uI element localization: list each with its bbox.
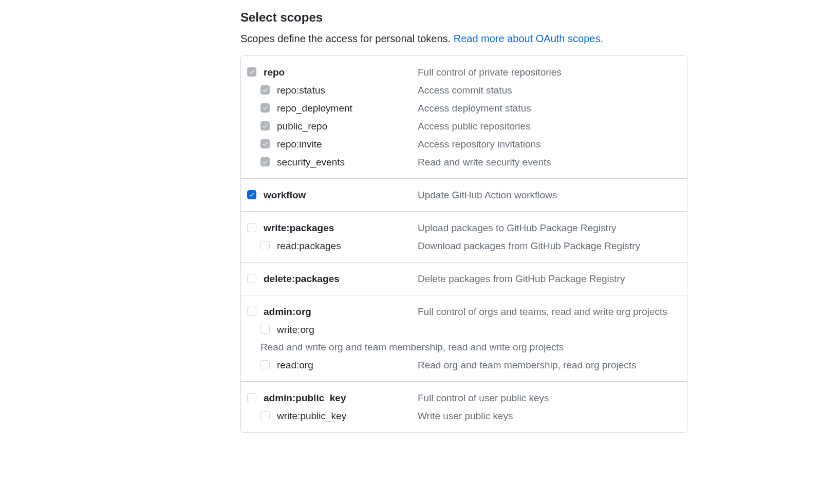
- scopes-box: repoFull control of private repositories…: [240, 55, 687, 433]
- scope-desc-write-public-key: Write user public keys: [418, 410, 681, 422]
- scope-label-write-packages[interactable]: write:packages: [264, 222, 418, 234]
- oauth-scopes-link[interactable]: Read more about OAuth scopes.: [454, 33, 603, 44]
- scope-label-public-repo[interactable]: public_repo: [277, 120, 418, 132]
- checkbox-wrap: [247, 189, 264, 199]
- checkbox-wrap: [260, 359, 277, 369]
- scope-group-delete-packages: delete:packagesDelete packages from GitH…: [241, 263, 687, 295]
- scope-desc-write-packages: Upload packages to GitHub Package Regist…: [418, 222, 681, 234]
- scope-label-repo[interactable]: repo: [264, 66, 418, 78]
- scope-row-workflow: workflowUpdate GitHub Action workflows: [247, 186, 681, 204]
- scope-desc-repo: Full control of private repositories: [418, 66, 681, 78]
- checkbox-repo-invite: [260, 139, 270, 148]
- section-title: Select scopes: [240, 10, 687, 25]
- checkbox-repo: [247, 67, 256, 77]
- scope-label-admin-org[interactable]: admin:org: [264, 306, 418, 318]
- checkbox-write-packages[interactable]: [247, 223, 256, 232]
- checkbox-wrap: [247, 273, 264, 283]
- checkbox-repo-deployment: [260, 103, 270, 113]
- scope-row-repo-invite: repo:inviteAccess repository invitations: [247, 135, 681, 153]
- scope-row-public-repo: public_repoAccess public repositories: [247, 117, 681, 135]
- scope-label-workflow[interactable]: workflow: [264, 189, 418, 201]
- scope-group-admin-org: admin:orgFull control of orgs and teams,…: [241, 295, 687, 382]
- scope-row-write-org: write:org: [247, 321, 681, 339]
- checkbox-write-org[interactable]: [260, 325, 270, 334]
- scope-row-admin-org: admin:orgFull control of orgs and teams,…: [247, 303, 681, 321]
- scope-label-security-events[interactable]: security_events: [277, 156, 418, 168]
- checkbox-wrap: [260, 138, 277, 148]
- scope-row-admin-public-key: admin:public_keyFull control of user pub…: [247, 389, 681, 407]
- checkbox-wrap: [260, 410, 277, 420]
- scope-desc-write-org-below: Read and write org and team membership, …: [247, 339, 681, 356]
- scope-row-read-packages: read:packagesDownload packages from GitH…: [247, 237, 681, 255]
- scope-group-admin-public-key: admin:public_keyFull control of user pub…: [241, 382, 687, 432]
- scope-row-write-public-key: write:public_keyWrite user public keys: [247, 407, 681, 425]
- checkbox-admin-public-key[interactable]: [247, 393, 256, 402]
- scope-desc-delete-packages: Delete packages from GitHub Package Regi…: [418, 273, 681, 285]
- scope-row-write-packages: write:packagesUpload packages to GitHub …: [247, 219, 681, 237]
- scope-desc-admin-public-key: Full control of user public keys: [418, 392, 681, 404]
- scope-label-repo-status[interactable]: repo:status: [277, 84, 418, 96]
- scope-label-delete-packages[interactable]: delete:packages: [264, 273, 418, 285]
- scope-desc-repo-deployment: Access deployment status: [418, 102, 681, 114]
- scope-desc-workflow: Update GitHub Action workflows: [418, 189, 681, 201]
- checkbox-repo-status: [260, 85, 270, 95]
- scope-group-workflow: workflowUpdate GitHub Action workflows: [241, 179, 687, 212]
- scope-desc-public-repo: Access public repositories: [418, 120, 681, 132]
- scope-desc-admin-org: Full control of orgs and teams, read and…: [418, 306, 681, 318]
- scope-label-repo-invite[interactable]: repo:invite: [277, 138, 418, 150]
- checkbox-admin-org[interactable]: [247, 307, 256, 316]
- scope-row-repo-deployment: repo_deploymentAccess deployment status: [247, 99, 681, 117]
- scope-label-write-public-key[interactable]: write:public_key: [277, 410, 418, 422]
- checkbox-wrap: [247, 66, 264, 77]
- checkbox-wrap: [247, 222, 264, 232]
- checkbox-public-repo: [260, 121, 270, 130]
- scope-desc-read-org: Read org and team membership, read org p…: [418, 359, 681, 371]
- scope-row-read-org: read:orgRead org and team membership, re…: [247, 356, 681, 374]
- checkbox-write-public-key[interactable]: [260, 411, 270, 420]
- description-text: Scopes define the access for personal to…: [240, 33, 454, 44]
- checkbox-read-org[interactable]: [260, 360, 270, 369]
- checkbox-read-packages[interactable]: [260, 241, 270, 250]
- checkbox-wrap: [260, 84, 277, 95]
- checkbox-wrap: [260, 156, 277, 166]
- scope-group-write-packages: write:packagesUpload packages to GitHub …: [241, 212, 687, 263]
- scope-desc-repo-status: Access commit status: [418, 84, 681, 96]
- checkbox-wrap: [247, 392, 264, 402]
- scope-row-repo-status: repo:statusAccess commit status: [247, 81, 681, 99]
- checkbox-wrap: [260, 240, 277, 250]
- scope-row-delete-packages: delete:packagesDelete packages from GitH…: [247, 270, 681, 288]
- checkbox-delete-packages[interactable]: [247, 274, 256, 283]
- checkbox-security-events: [260, 157, 270, 166]
- scope-label-write-org[interactable]: write:org: [277, 324, 418, 335]
- scope-desc-repo-invite: Access repository invitations: [418, 138, 681, 150]
- checkbox-workflow[interactable]: [247, 190, 256, 199]
- checkbox-wrap: [247, 306, 264, 316]
- scope-label-admin-public-key[interactable]: admin:public_key: [264, 392, 418, 404]
- scope-label-read-packages[interactable]: read:packages: [277, 240, 418, 252]
- scope-label-repo-deployment[interactable]: repo_deployment: [277, 102, 418, 114]
- scope-group-repo: repoFull control of private repositories…: [241, 56, 687, 179]
- checkbox-wrap: [260, 324, 277, 334]
- checkbox-wrap: [260, 120, 277, 130]
- section-description: Scopes define the access for personal to…: [240, 31, 687, 46]
- scope-row-repo: repoFull control of private repositories: [247, 63, 681, 81]
- checkbox-wrap: [260, 102, 277, 113]
- scope-desc-security-events: Read and write security events: [418, 156, 681, 168]
- scope-row-security-events: security_eventsRead and write security e…: [247, 153, 681, 171]
- scope-desc-read-packages: Download packages from GitHub Package Re…: [418, 240, 681, 252]
- scope-label-read-org[interactable]: read:org: [277, 359, 418, 371]
